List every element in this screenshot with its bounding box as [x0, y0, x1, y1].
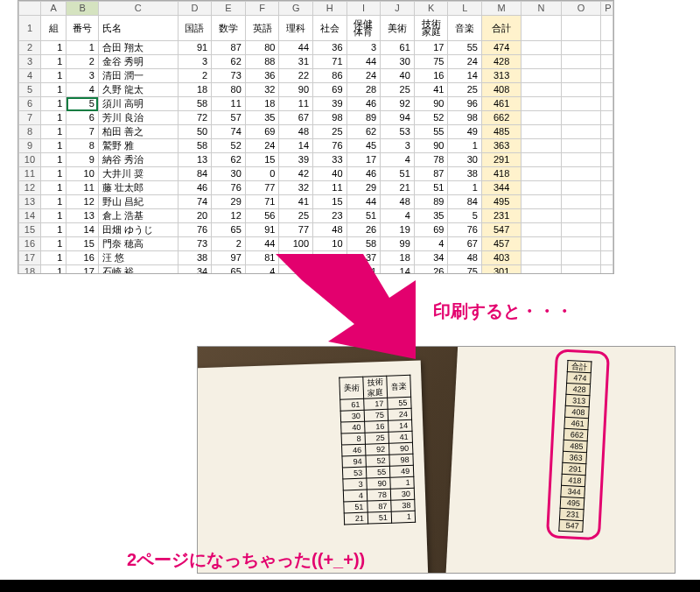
header-cell[interactable]	[561, 16, 600, 41]
cell[interactable]: 10	[66, 167, 98, 181]
cell[interactable]: 94	[381, 111, 415, 125]
cell[interactable]: 3	[346, 41, 381, 55]
cell[interactable]: 57	[212, 111, 246, 125]
cell[interactable]: 久野 龍太	[98, 83, 178, 97]
row-header[interactable]: 4	[19, 69, 41, 83]
cell[interactable]: 29	[346, 181, 381, 195]
cell[interactable]	[601, 251, 613, 265]
cell[interactable]: 89	[346, 111, 381, 125]
cell[interactable]	[561, 97, 600, 111]
cell[interactable]: 65	[212, 223, 246, 237]
cell[interactable]	[522, 223, 561, 237]
cell[interactable]: 91	[245, 223, 279, 237]
cell[interactable]: 75	[448, 265, 482, 275]
cell[interactable]: 1	[40, 237, 66, 251]
cell[interactable]: 30	[212, 167, 246, 181]
header-cell[interactable]: 美術	[381, 16, 415, 41]
cell[interactable]: 藤 壮太郎	[98, 181, 178, 195]
table-row[interactable]: 312金谷 秀明36288317144307524428	[19, 55, 613, 69]
cell[interactable]: 2	[66, 55, 98, 69]
cell[interactable]: 474	[481, 41, 521, 55]
cell[interactable]	[522, 181, 561, 195]
cell[interactable]: 98	[313, 111, 347, 125]
cell[interactable]	[522, 139, 561, 153]
cell[interactable]: 11	[66, 181, 98, 195]
table-row[interactable]: 15114田畑 ゆうじ766591774826196976547	[19, 223, 613, 237]
cell[interactable]: 45	[346, 139, 381, 153]
row-header[interactable]: 13	[19, 195, 41, 209]
cell[interactable]: 69	[313, 83, 347, 97]
cell[interactable]: 87	[414, 167, 448, 181]
row-header[interactable]: 6	[19, 97, 41, 111]
cell[interactable]	[601, 139, 613, 153]
cell[interactable]: 2	[212, 237, 246, 251]
cell[interactable]: 32	[245, 83, 279, 97]
cell[interactable]: 25	[448, 83, 482, 97]
cell[interactable]: 44	[279, 41, 313, 55]
cell[interactable]: 76	[212, 181, 246, 195]
table-row[interactable]: 918鷲野 雅5852241476453901363	[19, 139, 613, 153]
cell[interactable]: 461	[481, 97, 521, 111]
cell[interactable]: 1	[40, 153, 66, 167]
cell[interactable]	[561, 265, 600, 275]
col-header[interactable]: F	[245, 2, 279, 16]
cell[interactable]	[561, 139, 600, 153]
cell[interactable]	[601, 83, 613, 97]
cell[interactable]: 98	[448, 111, 482, 125]
row-header[interactable]: 18	[19, 265, 41, 275]
cell[interactable]: 須川 高明	[98, 97, 178, 111]
cell[interactable]: 344	[481, 181, 521, 195]
cell[interactable]: 84	[448, 195, 482, 209]
col-header[interactable]: M	[481, 2, 521, 16]
cell[interactable]: 96	[448, 97, 482, 111]
table-row[interactable]: 716芳川 良治725735679889945298662	[19, 111, 613, 125]
cell[interactable]: 28	[346, 83, 381, 97]
table-row[interactable]: 514久野 龍太188032906928254125408	[19, 83, 613, 97]
cell[interactable]: 52	[212, 139, 246, 153]
col-header[interactable]: B	[66, 2, 98, 16]
cell[interactable]: 1	[40, 41, 66, 55]
row-header[interactable]: 15	[19, 223, 41, 237]
cell[interactable]: 55	[414, 125, 448, 139]
row-header[interactable]: 3	[19, 55, 41, 69]
cell[interactable]: 48	[448, 251, 482, 265]
cell[interactable]: 51	[381, 167, 415, 181]
cell[interactable]: 26	[346, 223, 381, 237]
cell[interactable]: 25	[313, 125, 347, 139]
table-row[interactable]: 11110大井川 奨84300424046518738418	[19, 167, 613, 181]
cell[interactable]	[601, 111, 613, 125]
cell[interactable]: 363	[481, 139, 521, 153]
cell[interactable]: 62	[346, 125, 381, 139]
cell[interactable]: 16	[66, 251, 98, 265]
cell[interactable]: 50	[178, 125, 212, 139]
cell[interactable]: 36	[245, 69, 279, 83]
cell[interactable]: 芳川 良治	[98, 111, 178, 125]
cell[interactable]: 92	[381, 97, 415, 111]
table-row[interactable]: 211合田 翔太91878044363611755474	[19, 41, 613, 55]
cell[interactable]: 4	[381, 153, 415, 167]
cell[interactable]: 1	[40, 97, 66, 111]
table-row[interactable]: 413清田 潤一27336228624401614313	[19, 69, 613, 83]
cell[interactable]: 21	[381, 181, 415, 195]
cell[interactable]	[561, 223, 600, 237]
cell[interactable]: 89	[414, 195, 448, 209]
cell[interactable]	[561, 55, 600, 69]
cell[interactable]: 76	[313, 139, 347, 153]
col-header[interactable]: O	[561, 2, 600, 16]
cell[interactable]: 53	[381, 125, 415, 139]
cell[interactable]: 31	[279, 55, 313, 69]
row-header[interactable]: 11	[19, 167, 41, 181]
cell[interactable]: 61	[381, 41, 415, 55]
cell[interactable]	[561, 125, 600, 139]
cell[interactable]: 44	[346, 55, 381, 69]
cell[interactable]: 9	[66, 153, 98, 167]
row-header[interactable]: 1	[19, 16, 41, 41]
cell[interactable]: 6	[66, 111, 98, 125]
cell[interactable]: 1	[40, 55, 66, 69]
cell[interactable]	[522, 195, 561, 209]
cell[interactable]: 44	[346, 195, 381, 209]
row-header[interactable]: 10	[19, 153, 41, 167]
cell[interactable]: 1	[66, 41, 98, 55]
cell[interactable]: 大井川 奨	[98, 167, 178, 181]
cell[interactable]: 30	[448, 153, 482, 167]
